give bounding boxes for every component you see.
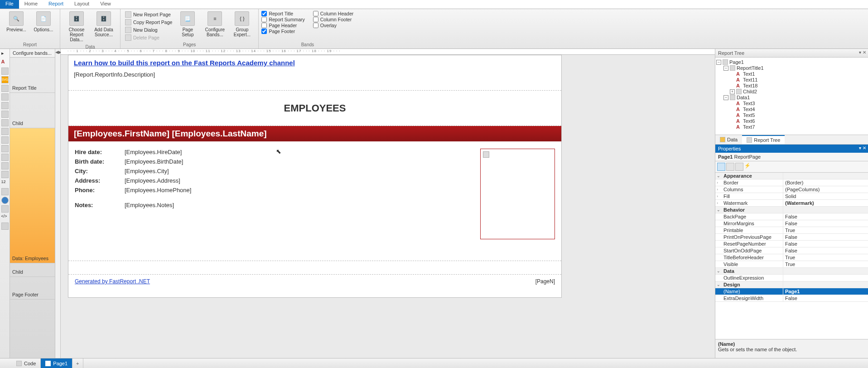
heading-text[interactable]: EMPLOYEES [284,102,346,114]
tab-view[interactable]: View [95,0,116,9]
close-icon[interactable]: ▾ ✕ [859,50,866,55]
chk-column-footer[interactable]: Column Footer [313,17,354,22]
tab-layout[interactable]: Layout [69,0,95,9]
tool-icon[interactable] [1,223,9,230]
pointer-icon[interactable]: ▸ [1,50,9,58]
text-icon: A [736,101,742,106]
tab-data-panel[interactable]: Data [715,135,742,144]
chk-overlay[interactable]: Overlay [313,23,354,28]
preview-button[interactable]: 🔍 Preview... [3,10,30,34]
tool-icon[interactable] [1,128,9,135]
doctab-page1[interactable]: Page1 [41,358,72,368]
tool-icon[interactable] [1,85,9,92]
chk-page-footer[interactable]: Page Footer [261,29,304,34]
properties-toolbar: ⚡ [715,161,868,173]
description-text[interactable]: [Report.ReportInfo.Description] [74,71,556,78]
document-tabs: Code Page1 + [0,358,868,368]
learn-link[interactable]: Learn how to build this report on the Fa… [74,59,556,67]
page-number-text[interactable]: [PageN] [535,278,555,285]
tool-icon[interactable]: </> [1,214,9,221]
tool-icon[interactable] [1,93,9,101]
tool-icon[interactable] [1,68,9,75]
tree-toggle[interactable]: + [730,89,735,94]
photo-placeholder[interactable] [480,149,555,239]
designer-surface[interactable]: · · · 1 · · · 2 · · · 3 · · · 4 · · · 5 … [61,49,715,358]
band-page-footer[interactable]: Page Footer [10,277,55,300]
chk-report-summary[interactable]: Report Summary [261,17,304,22]
tool-icon[interactable] [1,145,9,152]
new-dialog-button[interactable]: New Dialog [123,26,174,34]
tool-icon[interactable] [1,162,9,169]
collapse-bar[interactable]: ◀▶ [55,49,61,358]
band-report-title[interactable]: Report Title [10,58,55,93]
tab-home[interactable]: Home [19,0,43,9]
new-report-page-button[interactable]: New Report Page [123,11,174,18]
tree-toggle[interactable]: − [723,95,728,100]
generated-link[interactable]: Generated by FastReport .NET [75,278,150,285]
svg-tool-icon[interactable]: SVG [1,76,9,83]
val-addr[interactable]: [Employees.Address] [125,177,180,184]
doctab-code[interactable]: Code [12,358,41,368]
tab-report[interactable]: Report [43,0,69,9]
events-icon[interactable]: ⚡ [744,163,752,171]
configure-bands-button[interactable]: ≡ Configure Bands... [201,10,228,39]
lbl-birth[interactable]: Birth date: [75,158,125,165]
band-data[interactable]: Data: Employees [10,128,55,263]
page-setup-button[interactable]: 📃 Page Setup [174,10,201,39]
val-city[interactable]: [Employees.City] [125,168,169,174]
tree-icon [747,137,752,143]
lbl-notes[interactable]: Notes: [75,202,125,208]
lbl-addr[interactable]: Address: [75,177,125,184]
text-icon: A [736,112,742,118]
lbl-hire[interactable]: Hire date: [75,149,125,155]
tool-icon[interactable] [1,119,9,126]
doctab-add[interactable]: + [72,358,83,368]
tool-icon[interactable] [1,102,9,109]
options-button[interactable]: 📄 Options... [30,10,57,34]
tool-icon[interactable] [1,188,9,195]
group-label-pages: Pages [183,41,196,48]
pages-icon[interactable] [735,163,743,171]
band-child2[interactable]: Child [10,263,55,277]
chk-page-header[interactable]: Page Header [261,23,304,28]
report-page[interactable]: Learn how to build this report on the Fa… [68,55,562,298]
tool-icon[interactable] [1,154,9,161]
lbl-city[interactable]: City: [75,168,125,174]
copy-report-page-button[interactable]: Copy Report Page [123,19,174,26]
val-birth[interactable]: [Employees.BirthDate] [125,158,183,165]
tree-toggle[interactable]: − [716,60,721,65]
close-icon[interactable]: ▾ ✕ [859,145,866,150]
chk-column-header[interactable]: Column Header [313,11,354,16]
tab-file[interactable]: File [0,0,19,9]
text-icon: A [736,77,742,82]
tool-icon[interactable] [1,111,9,118]
tool-icon[interactable] [1,171,9,178]
report-tree[interactable]: −Page1 −ReportTitle1 AText1 AText11 ATex… [715,58,868,135]
selected-property-row[interactable]: (Name)Page1 [715,288,868,295]
add-data-source-button[interactable]: 🗄️ Add Data Source... [90,10,117,39]
tool-icon[interactable] [1,197,9,204]
band-icon [730,65,735,71]
val-hire[interactable]: [Employees.HireDate] [125,149,182,155]
val-phone[interactable]: [Employees.HomePhone] [125,187,191,194]
categorized-icon[interactable] [717,163,725,171]
band-child1[interactable]: Child [10,93,55,128]
properties-object[interactable]: Page1 ReportPage [715,153,868,161]
configure-bands-link[interactable]: Configure bands... [10,49,55,58]
preview-icon: 🔍 [9,11,24,26]
tab-report-tree[interactable]: Report Tree [742,135,785,144]
chk-report-title[interactable]: Report Title [261,11,304,16]
text-tool-icon[interactable]: A [1,59,9,66]
val-notes[interactable]: [Employees.Notes] [125,202,174,208]
choose-report-data-button[interactable]: 🗄️ Choose Report Data... [63,10,90,44]
group-expert-button[interactable]: { } Group Expert... [228,10,256,39]
lbl-phone[interactable]: Phone: [75,187,125,194]
tool-icon[interactable] [1,136,9,144]
tool-icon[interactable]: 12 [1,179,9,187]
alphabetical-icon[interactable] [726,163,734,171]
properties-grid[interactable]: ⌄Appearance ›Border(Border) ›Columns(Pag… [715,173,868,339]
name-expression[interactable]: [Employees.FirstName] [Employees.LastNam… [68,126,561,141]
tool-icon[interactable] [1,205,9,213]
horizontal-ruler: · · · 1 · · · 2 · · · 3 · · · 4 · · · 5 … [61,49,715,55]
tree-toggle[interactable]: − [723,66,728,71]
